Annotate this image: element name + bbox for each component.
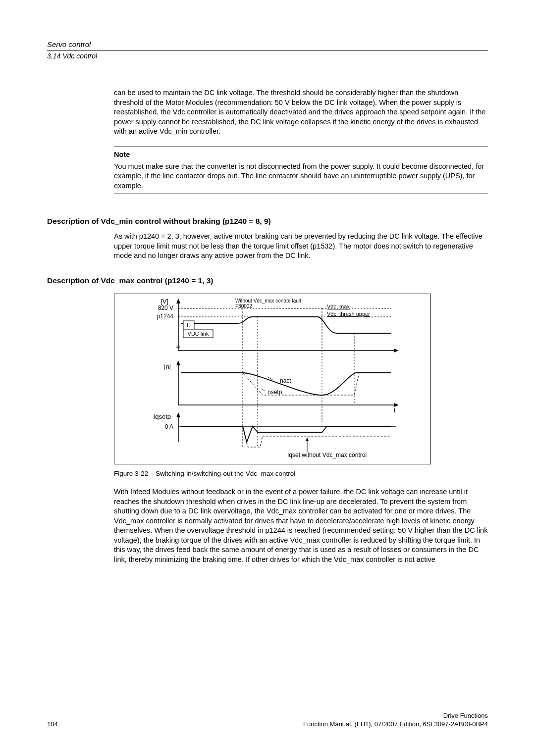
chart-xlabel-t: t (394, 407, 396, 414)
figure-caption: Figure 3-22 Switching-in/switching-out t… (114, 469, 488, 478)
heading-vdc-max: Description of Vdc_max control (p1240 = … (47, 276, 488, 286)
chart-label-u: U (187, 322, 191, 328)
svg-line-20 (262, 389, 265, 391)
page-header: Servo control 3.14 Vdc control (47, 40, 488, 61)
chart-anno-nact: nact (280, 377, 291, 384)
tick-p1244: p1244 (157, 313, 174, 320)
chart-label-vdclink: VDC link (188, 331, 209, 337)
note-label: Note (114, 150, 488, 160)
chart-ylabel-iq: Iqsetp (154, 413, 171, 420)
figure-vdc-max: [V] 820 V p1244 U VDC link Without Vdc_m… (114, 294, 488, 478)
note-text: You must make sure that the converter is… (114, 162, 488, 191)
svg-marker-16 (176, 360, 180, 365)
note-block: Note You must make sure that the convert… (114, 147, 488, 194)
svg-text:≈: ≈ (176, 343, 180, 351)
chart-anno-vdcmax: Vdc_max (327, 303, 350, 309)
chart-anno-f30002: F30002 (235, 303, 252, 309)
chart-anno-vdcthresh: Vdc_thresh upper (327, 311, 370, 317)
chart-anno-fault: Without Vdc_max control fault (235, 298, 301, 303)
chart-ylabel-n: |n| (164, 363, 171, 370)
chart-anno-nsetp: nsetp (268, 389, 282, 396)
svg-marker-22 (176, 412, 180, 417)
tick-0a: 0 A (165, 423, 173, 430)
header-title: Servo control (47, 40, 488, 50)
chart-anno-iqset: Iqset without Vdc_max control (287, 452, 367, 458)
heading-vdc-min-no-braking: Description of Vdc_min control without b… (47, 216, 488, 227)
svg-marker-25 (306, 437, 309, 441)
svg-marker-4 (394, 349, 399, 353)
paragraph-1: can be used to maintain the DC link volt… (114, 88, 488, 137)
paragraph-2: As with p1240 = 2, 3, however, active mo… (114, 232, 488, 261)
figure-text: Switching-in/switching-out the Vdc_max c… (156, 470, 295, 477)
svg-marker-18 (394, 403, 399, 407)
page-number: 104 (47, 720, 58, 729)
page-footer: 104 Drive Functions Function Manual, (FH… (47, 711, 488, 729)
paragraph-3: With Infeed Modules without feedback or … (114, 487, 488, 565)
footer-line2: Function Manual, (FH1), 07/2007 Edition,… (303, 720, 488, 729)
footer-line1: Drive Functions (303, 711, 488, 720)
tick-820v: 820 V (158, 304, 173, 311)
chart-ylabel-v: [V] (160, 298, 168, 305)
svg-marker-2 (176, 299, 180, 303)
header-subsection: 3.14 Vdc control (47, 50, 488, 61)
figure-label: Figure 3-22 (114, 470, 148, 477)
